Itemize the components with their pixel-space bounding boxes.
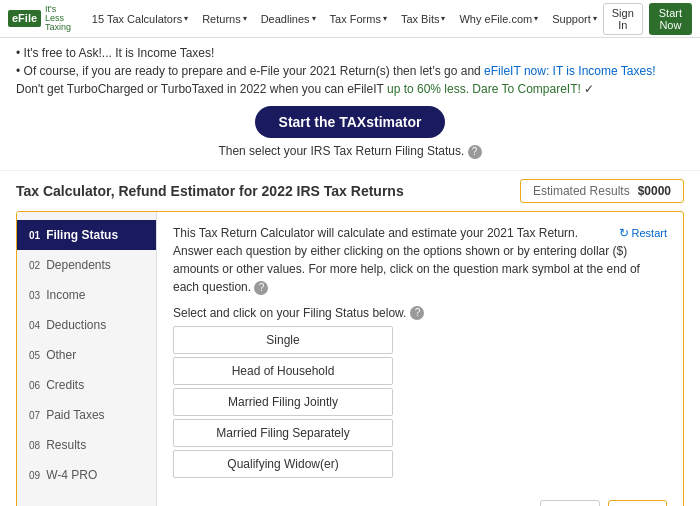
start-now-button[interactable]: Start Now xyxy=(649,3,692,35)
efile-it-link[interactable]: eFileIT now: IT is Income Taxes! xyxy=(484,64,655,78)
nav-item-support[interactable]: Support ▾ xyxy=(546,9,603,29)
start-button-container: Start the TAXstimator xyxy=(16,106,684,138)
sidebar: 01 Filing Status 02 Dependents 03 Income… xyxy=(17,212,157,506)
calculator-body: 01 Filing Status 02 Dependents 03 Income… xyxy=(16,211,684,506)
sidebar-item-income[interactable]: 03 Income xyxy=(17,280,156,310)
chevron-down-icon: ▾ xyxy=(383,14,387,23)
compare-link[interactable]: up to 60% less. Dare To CompareIT! xyxy=(387,82,581,96)
filing-options: Single Head of Household Married Filing … xyxy=(173,326,667,478)
chevron-down-icon: ▾ xyxy=(441,14,445,23)
nav-item-deadlines[interactable]: Deadlines ▾ xyxy=(255,9,322,29)
calculator-title: Tax Calculator, Refund Estimator for 202… xyxy=(16,183,404,199)
sidebar-item-deductions[interactable]: 04 Deductions xyxy=(17,310,156,340)
chevron-down-icon: ▾ xyxy=(243,14,247,23)
filing-option-head-of-household[interactable]: Head of Household xyxy=(173,357,393,385)
nav-item-returns[interactable]: Returns ▾ xyxy=(196,9,253,29)
nav-item-why-efile[interactable]: Why eFile.com ▾ xyxy=(453,9,544,29)
estimated-value: $0000 xyxy=(638,184,671,198)
filing-status-text: Then select your IRS Tax Return Filing S… xyxy=(16,142,684,160)
sidebar-item-results[interactable]: 08 Results xyxy=(17,430,156,460)
banner: • It's free to Ask!... It is Income Taxe… xyxy=(0,38,700,171)
filing-option-qualifying-widow[interactable]: Qualifying Widow(er) xyxy=(173,450,393,478)
logo-box: eFile xyxy=(8,10,41,27)
nav-item-tax-bits[interactable]: Tax Bits ▾ xyxy=(395,9,452,29)
chevron-down-icon: ▾ xyxy=(312,14,316,23)
select-label: Select and click on your Filing Status b… xyxy=(173,306,667,320)
logo-tagline: It's Less Taxing xyxy=(45,5,76,32)
sidebar-item-other[interactable]: 05 Other xyxy=(17,340,156,370)
chevron-down-icon: ▾ xyxy=(534,14,538,23)
filing-option-married-jointly[interactable]: Married Filing Jointly xyxy=(173,388,393,416)
chevron-down-icon: ▾ xyxy=(593,14,597,23)
estimated-results: Estimated Results $0000 xyxy=(520,179,684,203)
sign-in-button[interactable]: Sign In xyxy=(603,3,643,35)
select-help-icon[interactable]: ? xyxy=(410,306,424,320)
filing-option-single[interactable]: Single xyxy=(173,326,393,354)
nav-item-calculators[interactable]: 15 Tax Calculators ▾ xyxy=(86,9,194,29)
calculator-container: Tax Calculator, Refund Estimator for 202… xyxy=(0,171,700,506)
panel-footer: Back Next xyxy=(173,492,667,506)
logo: eFile It's Less Taxing xyxy=(8,5,76,32)
banner-text1: • It's free to Ask!... It is Income Taxe… xyxy=(16,44,684,62)
sidebar-item-paid-taxes[interactable]: 07 Paid Taxes xyxy=(17,400,156,430)
restart-link[interactable]: ↻ Restart xyxy=(619,224,667,242)
nav-item-tax-forms[interactable]: Tax Forms ▾ xyxy=(324,9,393,29)
estimated-label: Estimated Results xyxy=(533,184,630,198)
sidebar-item-dependents[interactable]: 02 Dependents xyxy=(17,250,156,280)
navbar: eFile It's Less Taxing 15 Tax Calculator… xyxy=(0,0,700,38)
restart-icon: ↻ xyxy=(619,224,629,242)
description-help-icon[interactable]: ? xyxy=(254,281,268,295)
sidebar-item-filing-status[interactable]: 01 Filing Status xyxy=(17,220,156,250)
back-button[interactable]: Back xyxy=(540,500,601,506)
chevron-down-icon: ▾ xyxy=(184,14,188,23)
description: ↻ Restart This Tax Return Calculator wil… xyxy=(173,224,667,296)
nav-items: 15 Tax Calculators ▾ Returns ▾ Deadlines… xyxy=(86,9,603,29)
filing-option-married-separately[interactable]: Married Filing Separately xyxy=(173,419,393,447)
banner-text2: • Of course, if you are ready to prepare… xyxy=(16,62,684,98)
main-panel: ↻ Restart This Tax Return Calculator wil… xyxy=(157,212,683,506)
sidebar-item-credits[interactable]: 06 Credits xyxy=(17,370,156,400)
sidebar-item-w4-pro[interactable]: 09 W-4 PRO xyxy=(17,460,156,490)
calculator-header: Tax Calculator, Refund Estimator for 202… xyxy=(16,179,684,203)
start-taxstimator-button[interactable]: Start the TAXstimator xyxy=(255,106,446,138)
filing-status-help-icon[interactable]: ? xyxy=(468,145,482,159)
nav-right: Sign In Start Now xyxy=(603,3,692,35)
next-button[interactable]: Next xyxy=(608,500,667,506)
